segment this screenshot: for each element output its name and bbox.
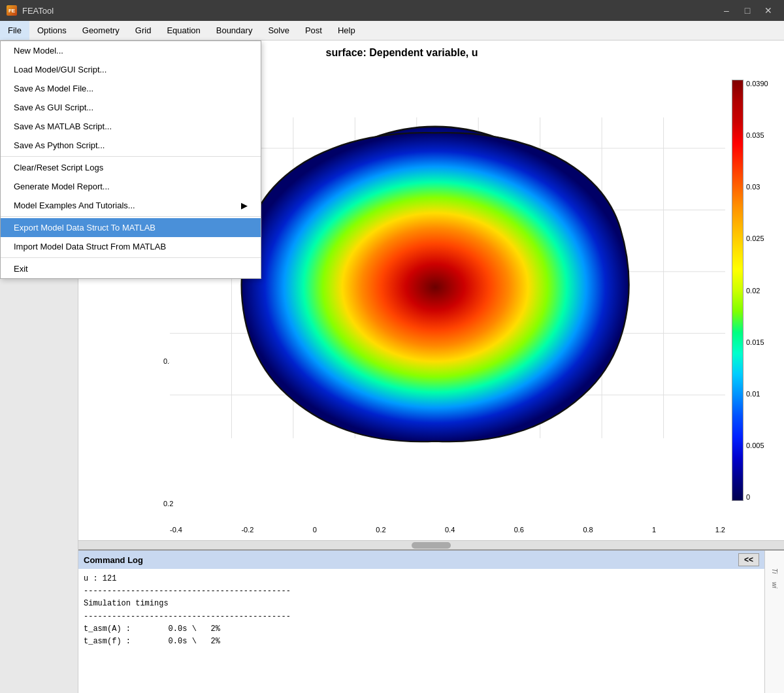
x-label-08: 0.8 (583, 526, 593, 534)
menu-boundary[interactable]: Boundary (208, 21, 261, 40)
menu-grid[interactable]: Grid (127, 21, 159, 40)
colorbar (732, 80, 743, 501)
close-button[interactable]: ✕ (759, 1, 777, 20)
cb-label-005: 0.005 (746, 442, 768, 449)
cb-label-020: 0.02 (746, 287, 768, 295)
minimize-button[interactable]: – (717, 1, 736, 20)
cb-label-0390: 0.0390 (746, 80, 768, 88)
menu-file[interactable]: File (0, 21, 29, 40)
menu-geometry[interactable]: Geometry (74, 21, 127, 40)
plot-scrollbar[interactable] (78, 540, 784, 549)
titlebar-left: FE FEATool (7, 5, 54, 16)
menu-save-python-script[interactable]: Save As Python Script... (1, 136, 261, 155)
collapse-button[interactable]: << (738, 553, 759, 566)
menu-import-model-matlab[interactable]: Import Model Data Struct From MATLAB (1, 237, 261, 256)
x-label-04: 0.4 (445, 526, 455, 534)
menu-equation[interactable]: Equation (159, 21, 208, 40)
cb-label-025: 0.025 (746, 234, 768, 242)
menu-help[interactable]: Help (330, 21, 363, 40)
command-log-side: Ti wi (764, 551, 784, 693)
log-line-1: u : 121 (84, 573, 759, 585)
menu-save-gui-script[interactable]: Save As GUI Script... (1, 98, 261, 117)
cb-label-015: 0.015 (746, 338, 768, 346)
log-line-sim: Simulation timings (84, 598, 759, 610)
titlebar-controls: – □ ✕ (717, 1, 777, 20)
maximize-button[interactable]: □ (738, 1, 757, 20)
separator-1 (1, 156, 261, 157)
colorbar-labels: 0.0390 0.035 0.03 0.025 0.02 0.015 0.01 … (743, 80, 771, 501)
menu-generate-report[interactable]: Generate Model Report... (1, 177, 261, 196)
x-label-neg02: -0.2 (241, 526, 253, 534)
log-separator-2: ----------------------------------------… (84, 611, 759, 623)
file-dropdown: New Model... Load Model/GUI Script... Sa… (0, 40, 261, 279)
x-label-0: 0 (313, 526, 317, 534)
x-label-neg04: -0.4 (170, 526, 182, 534)
log-line-tasm-f: t_asm(f) : 0.0s \ 2% (84, 636, 759, 648)
menu-clear-logs[interactable]: Clear/Reset Script Logs (1, 158, 261, 177)
menu-save-model-file[interactable]: Save As Model File... (1, 79, 261, 98)
menu-exit[interactable]: Exit (1, 259, 261, 278)
command-log: Command Log << u : 121 -----------------… (78, 549, 784, 693)
menu-new-model[interactable]: New Model... (1, 41, 261, 60)
cb-label-030: 0.03 (746, 183, 768, 191)
titlebar: FE FEATool – □ ✕ (0, 0, 784, 21)
separator-2 (1, 216, 261, 217)
menu-model-examples[interactable]: Model Examples And Tutorials... ▶ (1, 196, 261, 215)
menu-save-matlab-script[interactable]: Save As MATLAB Script... (1, 117, 261, 136)
command-log-content[interactable]: u : 121 --------------------------------… (78, 569, 764, 693)
app-icon: FE (7, 5, 17, 16)
x-label-1: 1 (652, 526, 656, 534)
x-label-06: 0.6 (514, 526, 524, 534)
separator-3 (1, 257, 261, 258)
menu-load-model[interactable]: Load Model/GUI Script... (1, 60, 261, 79)
log-separator-1: ----------------------------------------… (84, 585, 759, 598)
x-label-12: 1.2 (715, 526, 725, 534)
menu-options[interactable]: Options (29, 21, 74, 40)
cb-label-010: 0.01 (746, 390, 768, 398)
x-axis-labels: -0.4 -0.2 0 0.2 0.4 0.6 0.8 1 1.2 (170, 526, 725, 534)
side-label-wi: wi (771, 582, 778, 598)
menubar: File Options Geometry Grid Equation Boun… (0, 21, 784, 40)
scrollbar-thumb[interactable] (412, 542, 451, 549)
command-log-header: Command Log << (78, 551, 764, 569)
menu-solve[interactable]: Solve (260, 21, 297, 40)
command-log-main: Command Log << u : 121 -----------------… (78, 551, 764, 693)
command-log-title: Command Log (84, 555, 143, 565)
cb-label-0: 0 (746, 493, 768, 501)
x-label-02: 0.2 (376, 526, 385, 534)
menu-post[interactable]: Post (297, 21, 330, 40)
log-line-tasm-a: t_asm(A) : 0.0s \ 2% (84, 623, 759, 636)
menu-export-model-matlab[interactable]: Export Model Data Struct To MATLAB (1, 218, 261, 237)
app-title: FEATool (22, 6, 54, 16)
cb-label-035: 0.035 (746, 131, 768, 139)
colorbar-container: 0.0390 0.035 0.03 0.025 0.02 0.015 0.01 … (732, 80, 771, 501)
